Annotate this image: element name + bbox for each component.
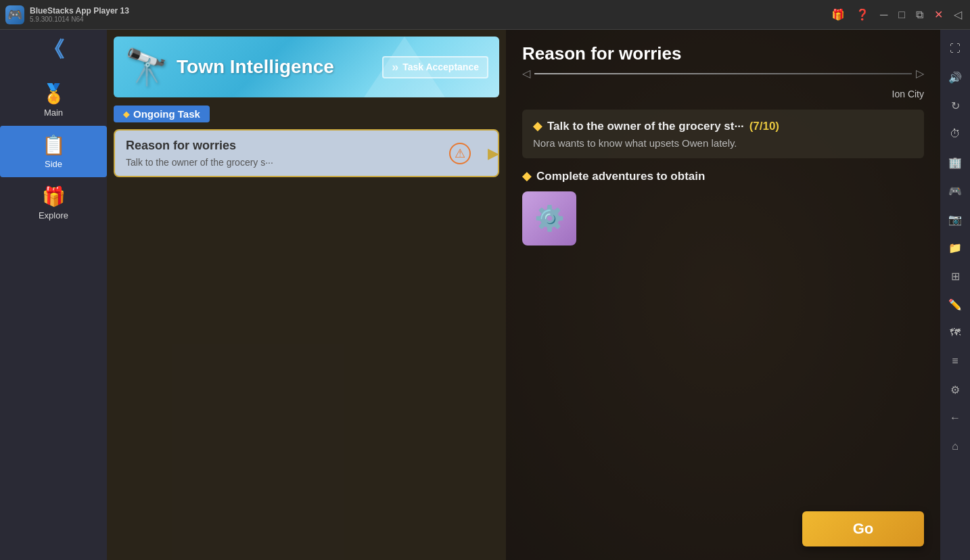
- task-card-arrow-icon: ▶: [488, 145, 499, 162]
- nav-sidebar: 《 🏅 Main 📋 Side 🎁 Explore: [0, 30, 107, 560]
- main-label: Main: [44, 108, 63, 118]
- divider-right-arrow-icon: ▷: [916, 67, 924, 80]
- tool-camera[interactable]: 📷: [943, 207, 967, 231]
- explore-icon: 🎁: [42, 185, 66, 208]
- app-logo: 🎮: [5, 5, 24, 24]
- tool-layers[interactable]: ≡: [943, 349, 967, 373]
- divider-left-arrow-icon: ◁: [522, 67, 530, 80]
- tool-settings[interactable]: ⚙: [943, 377, 967, 402]
- main-area: 《 🏅 Main 📋 Side 🎁 Explore 🔭 Town Intelli…: [0, 30, 970, 560]
- nav-logo[interactable]: 《: [40, 37, 67, 64]
- title-bar: 🎮 BlueStacks App Player 13 5.9.300.1014 …: [0, 0, 970, 30]
- task-alert-icon: ⚠: [449, 143, 471, 164]
- right-tool-panel: ⛶ 🔊 ↻ ⏱ 🏢 🎮 📷 📁 ⊞ ✏️ 🗺 ≡ ⚙ ← ⌂: [940, 30, 970, 560]
- divider-line: [534, 73, 912, 74]
- objective-title-row: ◆ Talk to the owner of the grocery st···…: [533, 119, 913, 133]
- logo-chevron-icon: 《: [43, 35, 64, 65]
- location-label: Ion City: [892, 89, 924, 99]
- ongoing-label: ◆ Ongoing Task: [114, 106, 210, 122]
- task-card-title: Reason for worries: [126, 139, 487, 153]
- close-icon[interactable]: ✕: [934, 8, 943, 21]
- rewards-title-text: Complete adventures to obtain: [536, 170, 705, 183]
- rewards-section: ◆ Complete adventures to obtain ⚙️: [522, 169, 924, 246]
- mission-header-banner: 🔭 Town Intelligence » Task Acceptance: [114, 37, 499, 97]
- tool-rotate[interactable]: ↻: [943, 93, 967, 118]
- detail-title: Reason for worries: [522, 43, 924, 64]
- main-icon: 🏅: [42, 83, 66, 105]
- reward-gear-icon: ⚙️: [534, 204, 565, 233]
- tool-edit[interactable]: ✏️: [943, 292, 967, 317]
- gift-icon[interactable]: 🎁: [831, 8, 845, 21]
- tool-map[interactable]: 🗺: [943, 321, 967, 345]
- help-icon[interactable]: ❓: [856, 8, 869, 21]
- detail-panel: Reason for worries ◁ ▷ Ion City ◆ Talk t…: [506, 30, 940, 560]
- objective-progress: (7/10): [749, 120, 779, 133]
- ongoing-text: Ongoing Task: [133, 108, 200, 120]
- explore-label: Explore: [39, 210, 68, 220]
- restore-icon[interactable]: □: [898, 9, 905, 21]
- tool-building[interactable]: 🏢: [943, 150, 967, 174]
- go-button[interactable]: Go: [802, 511, 924, 546]
- binoculars-icon: 🔭: [124, 47, 168, 88]
- tool-home[interactable]: ⌂: [943, 434, 967, 459]
- objective-title-text: Talk to the owner of the grocery st···: [547, 120, 744, 133]
- task-acceptance-badge: » Task Acceptance: [382, 56, 488, 78]
- minimize-icon[interactable]: ─: [880, 9, 887, 21]
- mission-title: Town Intelligence: [177, 56, 334, 78]
- side-label: Side: [45, 159, 62, 169]
- task-objective-card: ◆ Talk to the owner of the grocery st···…: [522, 110, 924, 158]
- mission-panel: 🔭 Town Intelligence » Task Acceptance ◆ …: [107, 30, 506, 560]
- back-icon[interactable]: ◁: [954, 8, 962, 21]
- diamond-icon: ◆: [123, 110, 129, 119]
- task-card[interactable]: Reason for worries Talk to the owner of …: [114, 129, 499, 177]
- tool-layout[interactable]: ⊞: [943, 264, 967, 288]
- sidebar-item-main[interactable]: 🏅 Main: [0, 74, 107, 126]
- chevrons-icon: »: [392, 60, 398, 74]
- rewards-diamond-icon: ◆: [522, 169, 531, 183]
- titlebar-controls: 🎁 ❓ ─ □ ⧉ ✕ ◁: [829, 8, 965, 21]
- tool-folder[interactable]: 📁: [943, 235, 967, 260]
- app-title: BlueStacks App Player 13: [30, 6, 129, 16]
- rewards-title: ◆ Complete adventures to obtain: [522, 169, 924, 183]
- detail-divider: ◁ ▷: [522, 67, 924, 80]
- tool-timer[interactable]: ⏱: [943, 122, 967, 146]
- sidebar-item-side[interactable]: 📋 Side: [0, 126, 107, 177]
- tool-gamepad[interactable]: 🎮: [943, 179, 967, 203]
- tool-fullscreen[interactable]: ⛶: [943, 37, 967, 61]
- badge-label: Task Acceptance: [402, 62, 479, 72]
- tool-back[interactable]: ←: [943, 406, 967, 430]
- app-name-container: BlueStacks App Player 13 5.9.300.1014 N6…: [30, 6, 829, 23]
- tool-volume[interactable]: 🔊: [943, 65, 967, 89]
- objective-diamond-icon: ◆: [533, 119, 542, 133]
- objective-description: Nora wants to know what upsets Owen late…: [533, 137, 913, 149]
- sidebar-item-explore[interactable]: 🎁 Explore: [0, 177, 107, 229]
- reward-item: ⚙️: [522, 191, 576, 246]
- restore2-icon[interactable]: ⧉: [916, 9, 923, 21]
- task-card-subtitle: Talk to the owner of the grocery s···: [126, 157, 487, 168]
- ongoing-section: ◆ Ongoing Task Reason for worries Talk t…: [107, 97, 506, 185]
- side-icon: 📋: [42, 134, 66, 156]
- app-version: 5.9.300.1014 N64: [30, 16, 829, 23]
